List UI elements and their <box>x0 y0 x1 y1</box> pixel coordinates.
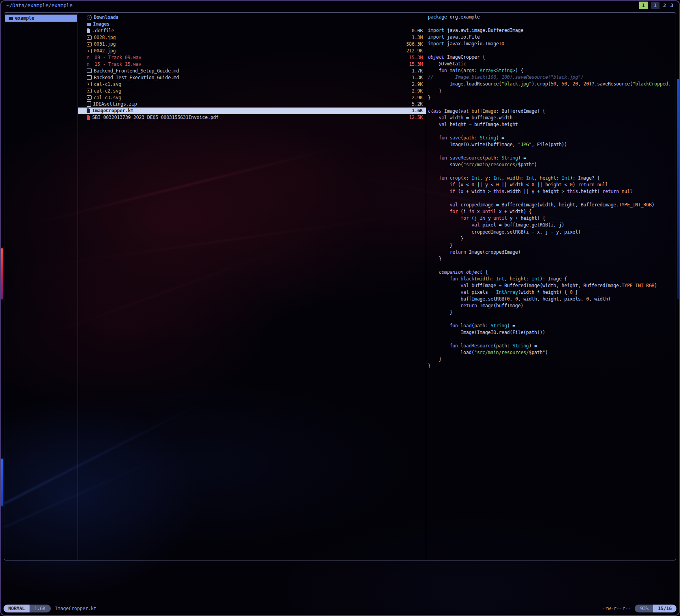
code-token: : <box>485 323 490 328</box>
file-size: 15.3M <box>409 55 423 60</box>
code-token: in <box>480 215 485 221</box>
code-token: || <box>477 182 483 187</box>
file-row[interactable]: 0028.jpg1.3M <box>78 34 426 41</box>
tab-4[interactable]: 3 <box>670 2 674 9</box>
file-row[interactable]: cal-c2.svg2.9K <box>78 87 426 94</box>
code-line: Image(ImageIO.read(File(path))) <box>428 330 676 336</box>
file-row[interactable]: cal-c3.svg2.9K <box>78 94 426 101</box>
cursor-position: 15/16 <box>653 605 676 612</box>
code-token: } <box>572 289 578 295</box>
code-token: val <box>461 283 469 288</box>
code-token: String <box>513 343 529 349</box>
file-row[interactable]: ↓Downloads <box>78 14 426 21</box>
file-list-pane: ↓DownloadsImages.dotfile0.0B0028.jpg1.3M… <box>78 13 426 560</box>
code-token: val <box>439 115 447 121</box>
file-name: cal-c1.svg <box>94 82 121 87</box>
file-row[interactable]: cal-c1.svg2.9K <box>78 81 426 87</box>
file-size: 2.9K <box>412 82 423 87</box>
file-row[interactable]: 0031.jpg586.3K <box>78 41 426 48</box>
code-line: object ImageCropper { <box>428 54 676 61</box>
code-token: : <box>521 175 526 181</box>
download-icon: ↓ <box>87 15 92 20</box>
code-token: : <box>488 175 493 181</box>
code-token: - <box>551 229 554 235</box>
code-token: ) <box>545 350 548 355</box>
code-token: width <box>507 175 521 181</box>
code-token: import <box>428 28 444 33</box>
code-line <box>428 336 676 343</box>
file-row[interactable]: ∩15 - Track 15.wav15.3M <box>78 61 426 67</box>
file-name: .dotfile <box>92 28 114 33</box>
code-token: @JvmStatic <box>428 61 466 67</box>
file-name: cal-c3.svg <box>94 95 121 100</box>
code-token <box>428 269 439 275</box>
mode-pill: NORMAL 1.6K <box>4 605 51 612</box>
code-token: buffImage.height <box>472 122 518 127</box>
code-token <box>428 68 439 73</box>
code-token: , <box>567 81 572 87</box>
code-token: $path <box>518 162 532 167</box>
code-token: ) <box>534 162 537 167</box>
file-row[interactable]: Backend_Test_Execution_Guide.md1.3K <box>78 74 426 81</box>
code-token: crop <box>447 175 461 181</box>
code-token: Image(ImageIO.read(File(path))) <box>428 330 545 335</box>
file-row[interactable]: IDEAsettings.zip5.2K <box>78 101 426 108</box>
code-line: fun saveResource(path: String) = <box>428 155 676 162</box>
code-token: buffImage <box>469 283 499 288</box>
code-token: fun <box>439 175 447 181</box>
image-icon <box>87 89 92 93</box>
code-token: croppedImage.setRGB(i <box>428 229 531 235</box>
code-token: Image( <box>442 108 461 114</box>
permission-char: r <box>613 606 616 611</box>
file-row[interactable]: ∩09 - Track 09.wav15.3M <box>78 54 426 61</box>
code-token: } <box>428 310 452 315</box>
code-token: : <box>474 68 480 73</box>
code-line: } <box>428 310 676 316</box>
code-line: val croppedImage = BufferedImage(width, … <box>428 202 676 209</box>
parent-dir-item[interactable]: example <box>5 15 77 22</box>
file-row[interactable]: 0042.jpg212.9K <box>78 48 426 54</box>
code-token <box>428 215 461 221</box>
code-token: , <box>578 81 583 87</box>
code-token <box>428 182 450 187</box>
breadcrumb-path: ~/Data/example/example <box>6 2 72 8</box>
code-token: TYPE_INT_RGB <box>622 283 654 288</box>
status-filename: ImageCropper.kt <box>55 606 96 611</box>
code-token: import <box>428 41 444 46</box>
permission-char: - <box>625 606 628 611</box>
code-token: ) <box>589 81 592 87</box>
code-token: } <box>428 88 442 94</box>
file-row[interactable]: SBI_0032013739_2023_DE05_0003155631Invoi… <box>78 114 426 121</box>
tab-3[interactable]: 2 <box>663 2 667 9</box>
code-token: class <box>428 108 442 114</box>
code-line <box>428 195 676 202</box>
code-token: fun <box>450 276 458 282</box>
file-row[interactable]: ImageCropper.kt1.6K <box>78 108 426 114</box>
code-token <box>469 182 472 187</box>
code-line: for (i in x until x + width) { <box>428 209 676 215</box>
audio-icon: ∩ <box>87 62 93 67</box>
code-token: = <box>499 283 502 288</box>
code-token: for <box>450 209 458 214</box>
code-token: ) <box>572 182 578 187</box>
code-token: pixel <box>480 222 499 228</box>
code-token: width) { <box>507 209 531 214</box>
code-token: = <box>499 222 502 228</box>
file-row[interactable]: Backend_Frontend_Setup_Guide.md1.7K <box>78 67 426 74</box>
archive-icon <box>87 101 91 107</box>
code-line <box>428 316 676 323</box>
code-line: } <box>428 236 676 243</box>
code-token: 20 <box>572 81 578 87</box>
code-line: package org.example <box>428 14 676 21</box>
tab-1[interactable]: 1 <box>639 2 648 9</box>
file-row[interactable]: Images <box>78 21 426 28</box>
file-row[interactable]: .dotfile0.0B <box>78 28 426 34</box>
wallpaper-edge-glow-right <box>677 79 679 299</box>
code-token: ) <box>507 323 513 328</box>
code-token: x <box>463 175 466 181</box>
code-token <box>619 189 622 194</box>
code-line: } <box>428 95 676 102</box>
tab-2[interactable]: 1 <box>651 2 660 9</box>
code-token: javax.imageio.ImageIO <box>444 41 504 46</box>
code-token: y, pixel) <box>554 229 581 235</box>
